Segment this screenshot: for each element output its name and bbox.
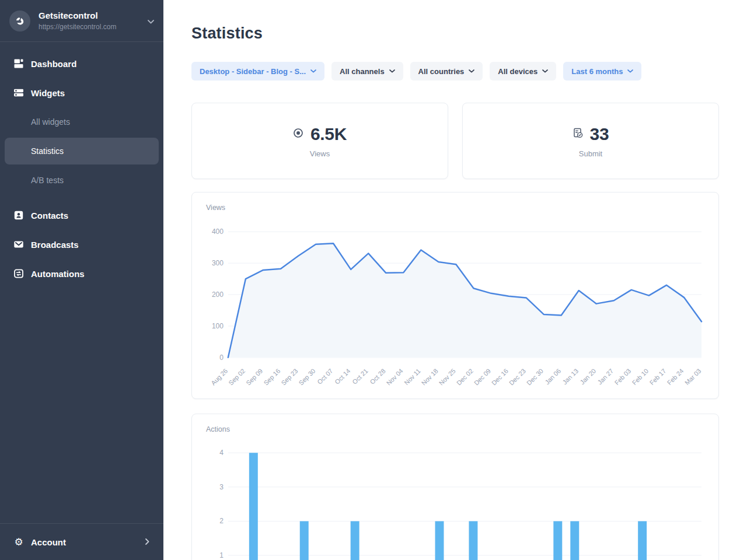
views-value: 6.5K — [310, 124, 347, 144]
svg-text:100: 100 — [212, 322, 224, 330]
svg-text:Feb 24: Feb 24 — [666, 368, 685, 387]
getsitecontrol-logo — [9, 10, 30, 32]
filter-label: All devices — [498, 67, 537, 76]
svg-text:400: 400 — [212, 228, 224, 236]
sidebar-item-contacts[interactable]: Contacts — [0, 201, 163, 230]
svg-text:Oct 07: Oct 07 — [316, 368, 334, 386]
sidebar-item-dashboard[interactable]: Dashboard — [0, 49, 163, 78]
chevron-down-icon — [310, 69, 316, 73]
dashboard-icon — [14, 59, 23, 68]
svg-text:4: 4 — [219, 449, 224, 457]
gear-icon: ⚙ — [14, 536, 23, 548]
sidebar-subitem-label: Statistics — [31, 146, 64, 156]
views-chart-title: Views — [206, 204, 225, 212]
svg-text:Feb 17: Feb 17 — [648, 368, 668, 387]
svg-text:Dec 30: Dec 30 — [525, 368, 544, 387]
svg-text:Sep 02: Sep 02 — [227, 368, 246, 387]
chevron-down-icon — [542, 69, 548, 73]
widget-filter-dropdown[interactable]: Desktop - Sidebar - Blog - S... — [191, 62, 324, 80]
chevron-down-icon — [148, 16, 154, 26]
submit-stat-card: 33 Submit — [462, 103, 719, 179]
svg-text:Oct 14: Oct 14 — [333, 368, 351, 386]
svg-text:Nov 04: Nov 04 — [385, 368, 404, 387]
svg-text:200: 200 — [212, 290, 224, 299]
sidebar-item-broadcasts[interactable]: Broadcasts — [0, 230, 163, 259]
svg-text:Feb 03: Feb 03 — [613, 368, 633, 387]
main-content: Statistics Desktop - Sidebar - Blog - S.… — [163, 0, 747, 560]
views-label: Views — [310, 149, 330, 158]
sidebar-item-label: Automations — [31, 269, 85, 279]
filter-label: All channels — [340, 67, 385, 76]
svg-text:Oct 21: Oct 21 — [351, 368, 369, 386]
sidebar-item-label: Widgets — [31, 88, 65, 98]
date-range-dropdown[interactable]: Last 6 months — [563, 62, 641, 80]
svg-text:Jan 27: Jan 27 — [596, 368, 615, 386]
svg-text:300: 300 — [212, 259, 224, 267]
filter-label: Desktop - Sidebar - Blog - S... — [200, 67, 306, 76]
svg-text:Nov 25: Nov 25 — [438, 368, 457, 387]
actions-bar-chart[interactable]: 43210Aug 26Sep 02Sep 09Sep 16Sep 23Sep 3… — [192, 414, 718, 560]
sidebar-item-label: Broadcasts — [31, 240, 79, 250]
chevron-down-icon — [627, 69, 633, 73]
svg-text:Dec 23: Dec 23 — [508, 368, 527, 387]
account-label: Account — [31, 537, 145, 547]
submit-doc-icon — [573, 128, 583, 141]
submit-label: Submit — [579, 149, 602, 158]
sidebar-item-label: Contacts — [31, 211, 68, 220]
svg-text:Dec 02: Dec 02 — [455, 368, 474, 387]
svg-text:2: 2 — [219, 517, 224, 525]
countries-filter-dropdown[interactable]: All countries — [410, 62, 483, 80]
svg-text:1: 1 — [219, 551, 224, 559]
svg-text:Feb 10: Feb 10 — [631, 368, 650, 387]
sidebar-item-label: Dashboard — [31, 59, 76, 69]
svg-text:Jan 13: Jan 13 — [561, 368, 580, 386]
svg-text:0: 0 — [219, 354, 224, 362]
views-chart-card: Views 4003002001000Aug 26Sep 02Sep 09Sep… — [191, 192, 719, 399]
svg-text:Nov 18: Nov 18 — [420, 368, 439, 387]
views-stat-card: 6.5K Views — [191, 103, 448, 179]
channels-filter-dropdown[interactable]: All channels — [331, 62, 403, 80]
site-switcher[interactable]: Getsitecontrol https://getsitecontrol.co… — [0, 0, 163, 42]
views-line-chart[interactable]: 4003002001000Aug 26Sep 02Sep 09Sep 16Sep… — [192, 192, 718, 399]
chevron-down-icon — [389, 69, 395, 73]
filter-label: All countries — [418, 67, 465, 76]
contacts-icon — [14, 211, 23, 220]
sidebar-item-statistics[interactable]: Statistics — [5, 138, 159, 164]
views-eye-icon — [293, 128, 303, 141]
svg-text:Sep 23: Sep 23 — [280, 368, 299, 387]
actions-chart-title: Actions — [206, 425, 230, 433]
svg-text:Oct 28: Oct 28 — [368, 368, 386, 386]
svg-text:Aug 26: Aug 26 — [210, 368, 229, 387]
page-title: Statistics — [191, 24, 719, 43]
submit-value: 33 — [590, 124, 609, 144]
sidebar-item-account[interactable]: ⚙ Account — [0, 523, 163, 560]
chevron-down-icon — [469, 69, 474, 73]
sidebar-subitem-label: A/B tests — [31, 176, 64, 185]
svg-text:Sep 16: Sep 16 — [262, 368, 281, 387]
broadcasts-icon — [14, 240, 23, 249]
devices-filter-dropdown[interactable]: All devices — [490, 62, 556, 80]
site-url: https://getsitecontrol.com — [39, 22, 143, 32]
sidebar-item-widgets[interactable]: Widgets — [0, 78, 163, 107]
automations-icon — [14, 269, 23, 278]
svg-text:Nov 11: Nov 11 — [403, 368, 421, 386]
svg-text:Sep 30: Sep 30 — [297, 368, 316, 387]
chevron-right-icon — [145, 537, 149, 547]
sidebar-item-all-widgets[interactable]: All widgets — [0, 107, 163, 136]
svg-text:Dec 09: Dec 09 — [473, 368, 492, 387]
filter-label: Last 6 months — [571, 67, 623, 76]
nav-gap — [0, 195, 163, 201]
sidebar-item-ab-tests[interactable]: A/B tests — [0, 166, 163, 195]
svg-text:Jan 20: Jan 20 — [578, 368, 597, 386]
sidebar-nav: Dashboard Widgets All widgets Statistics… — [0, 42, 163, 288]
filter-bar: Desktop - Sidebar - Blog - S... All chan… — [191, 62, 719, 80]
sidebar-subitem-label: All widgets — [31, 117, 70, 127]
svg-text:Mar 03: Mar 03 — [683, 368, 703, 387]
svg-text:Dec 16: Dec 16 — [490, 368, 509, 387]
actions-chart-card: Actions 43210Aug 26Sep 02Sep 09Sep 16Sep… — [191, 414, 719, 560]
svg-text:Sep 09: Sep 09 — [245, 368, 264, 387]
svg-text:Jan 06: Jan 06 — [543, 368, 562, 386]
widgets-icon — [14, 88, 23, 97]
sidebar-item-automations[interactable]: Automations — [0, 259, 163, 288]
svg-text:3: 3 — [219, 483, 224, 491]
